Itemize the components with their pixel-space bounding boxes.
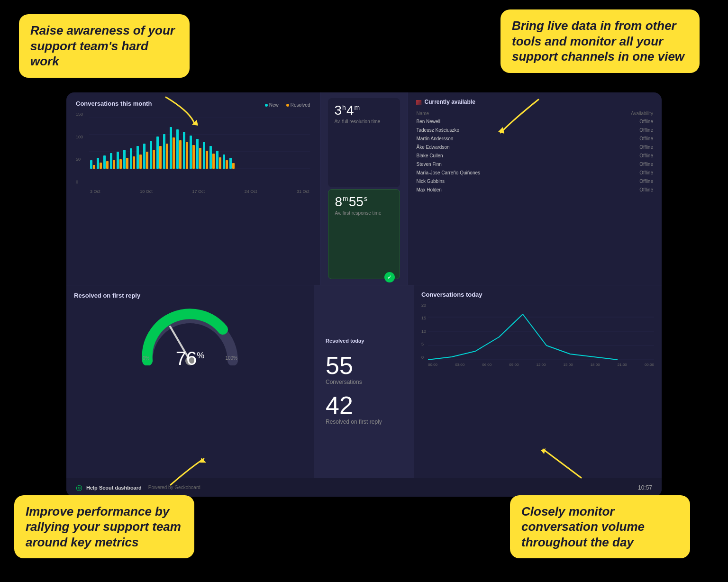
arrow-tl	[161, 92, 199, 126]
arrow-bl	[166, 454, 209, 487]
svg-rect-8	[90, 160, 92, 169]
available-icon: ▦	[416, 98, 422, 106]
svg-rect-49	[226, 160, 228, 169]
gauge-value: 76%	[176, 348, 205, 369]
bar-chart-svg	[89, 118, 310, 186]
svg-rect-40	[196, 139, 199, 169]
resolved-conversations-value: 55	[326, 353, 402, 378]
top-row: Conversations this month New Resolved 15…	[66, 92, 662, 285]
arrow-br	[529, 445, 586, 482]
svg-rect-21	[133, 156, 135, 169]
response-time-label: Av. first response time	[335, 210, 393, 216]
resolved-first-reply: 42 Resolved on first reply	[326, 393, 402, 425]
svg-rect-41	[199, 148, 201, 169]
table-row: Nick GubbinsOffline	[417, 177, 654, 185]
table-row: Max HoldenOffline	[417, 186, 654, 193]
svg-rect-19	[126, 158, 128, 169]
resolved-first-reply-value: 42	[326, 393, 402, 418]
check-badge: ✓	[384, 272, 395, 282]
svg-rect-44	[209, 146, 212, 169]
resolved-today-title: Resolved today	[326, 338, 402, 344]
svg-rect-31	[166, 144, 168, 169]
gauge-panel: Resolved on first reply 0% 100% 76%	[66, 285, 314, 478]
svg-rect-37	[186, 142, 188, 169]
resolved-legend: Resolved	[286, 102, 310, 108]
gauge-container: 0% 100% 76%	[138, 309, 242, 365]
available-title: Currently available	[425, 99, 475, 105]
line-y-labels: 20 15 10 5 0	[421, 303, 428, 360]
callout-top-left: Raise awareness of your support team's h…	[19, 14, 190, 78]
gauge-title: Resolved on first reply	[74, 292, 306, 299]
agent-status: Offline	[592, 186, 653, 193]
line-x-labels: 00:00 03:00 06:00 09:00 12:00 15:00 18:0…	[428, 363, 654, 367]
table-row: Åke EdwardsonOffline	[417, 143, 654, 151]
resolved-first-reply-label: Resolved on first reply	[326, 418, 402, 425]
resolution-time-label: Av. full resolution time	[335, 119, 393, 124]
callout-bottom-left: Improve performance by rallying your sup…	[14, 495, 194, 559]
helpscout-icon: ◎	[76, 483, 82, 492]
gauge-label-0: 0%	[143, 355, 149, 361]
table-row: Blake CullenOffline	[417, 152, 654, 159]
table-row: María-Jose Carreño QuiñonesOffline	[417, 169, 654, 176]
svg-rect-9	[93, 165, 95, 169]
metrics-panel: 3h4m Av. full resolution time 8m55s Av. …	[320, 92, 408, 285]
agent-status: Offline	[592, 135, 653, 142]
callout-bottom-right: Closely monitor conversation volume thro…	[510, 495, 690, 559]
svg-marker-1	[498, 127, 504, 134]
agent-status: Offline	[592, 143, 653, 151]
svg-rect-47	[219, 157, 221, 169]
new-legend: New	[265, 102, 279, 108]
agent-name: María-Jose Carreño Quiñones	[417, 169, 592, 176]
arrow-tr	[486, 95, 543, 137]
svg-rect-25	[146, 152, 148, 169]
svg-rect-10	[97, 158, 99, 169]
svg-rect-48	[223, 155, 225, 169]
svg-rect-27	[153, 150, 155, 169]
svg-rect-12	[103, 155, 106, 169]
svg-rect-32	[170, 127, 172, 169]
svg-rect-18	[123, 150, 126, 169]
resolved-today-panel: Resolved today 55 Conversations 42 Resol…	[314, 285, 414, 478]
svg-rect-23	[139, 155, 142, 169]
svg-rect-36	[183, 132, 185, 169]
resolution-time-value: 3h4m	[335, 104, 393, 117]
svg-rect-20	[130, 148, 132, 169]
svg-rect-33	[173, 137, 175, 169]
svg-rect-45	[212, 154, 215, 169]
gauge-label-100: 100%	[225, 355, 237, 361]
dashboard-time: 10:57	[638, 484, 652, 491]
agent-status: Offline	[592, 152, 653, 159]
svg-rect-16	[117, 152, 119, 169]
agent-status: Offline	[592, 118, 653, 125]
svg-rect-35	[179, 140, 182, 169]
dashboard-title: Help Scout dashboard	[86, 485, 142, 491]
agent-name: Blake Cullen	[417, 152, 592, 159]
svg-rect-42	[203, 142, 205, 169]
svg-rect-29	[159, 146, 162, 169]
svg-rect-34	[176, 129, 179, 169]
chart-legend: New Resolved	[265, 102, 310, 108]
resolution-time-box: 3h4m Av. full resolution time	[328, 98, 400, 187]
agent-name: Max Holden	[417, 186, 592, 193]
resolved-conversations: 55 Conversations	[326, 353, 402, 385]
svg-rect-17	[119, 159, 122, 169]
x-labels: 3 Oct 10 Oct 17 Oct 24 Oct 31 Oct	[89, 189, 310, 194]
resolved-conversations-label: Conversations	[326, 379, 402, 385]
svg-rect-38	[190, 136, 192, 169]
svg-rect-15	[113, 160, 115, 169]
table-row: Steven FinnOffline	[417, 160, 654, 168]
svg-rect-28	[156, 136, 159, 169]
agent-name: Steven Finn	[417, 160, 592, 168]
svg-rect-14	[110, 153, 112, 169]
svg-rect-26	[150, 141, 152, 169]
svg-rect-39	[192, 145, 195, 169]
svg-rect-30	[163, 134, 165, 169]
line-chart-svg	[428, 303, 654, 360]
availability-column-header: Availability	[592, 110, 653, 117]
agent-name: Nick Gubbins	[417, 177, 592, 185]
svg-rect-24	[143, 144, 146, 169]
conversations-today-title: Conversations today	[421, 291, 654, 298]
svg-rect-43	[206, 151, 208, 169]
agent-status: Offline	[592, 160, 653, 168]
response-time-value: 8m55s	[335, 195, 393, 209]
